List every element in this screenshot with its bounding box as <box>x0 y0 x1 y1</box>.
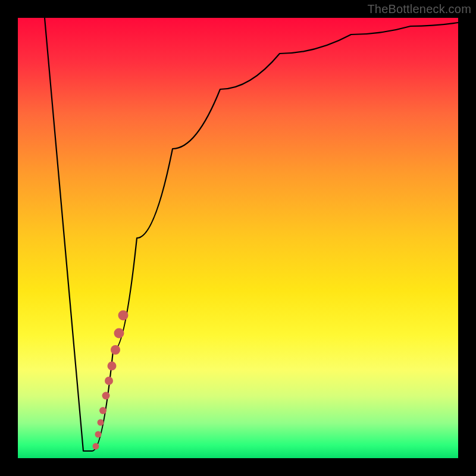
marker-dot <box>95 431 102 438</box>
marker-dot <box>105 377 113 385</box>
marker-dot <box>102 392 110 400</box>
marker-dot <box>114 328 124 339</box>
watermark-text: TheBottleneck.com <box>367 2 471 16</box>
marker-dot <box>99 407 107 414</box>
marker-dot <box>108 362 117 371</box>
marker-dot <box>118 311 129 321</box>
marker-dot <box>111 345 120 355</box>
marker-dot <box>93 443 99 450</box>
marker-dot <box>98 419 104 426</box>
marker-cluster <box>93 311 129 450</box>
chart-overlay <box>18 18 458 458</box>
bottleneck-curve <box>45 18 458 451</box>
